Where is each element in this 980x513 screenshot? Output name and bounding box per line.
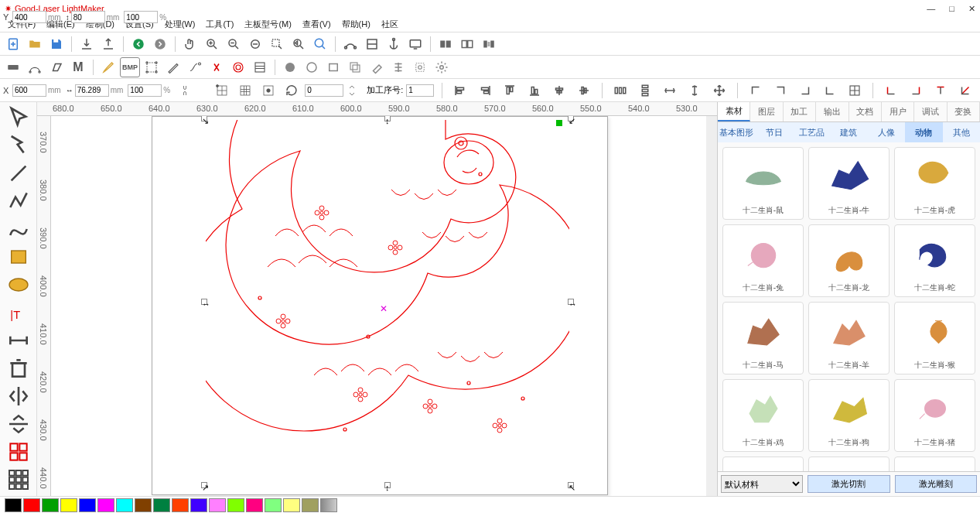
mirror-v-tool[interactable]	[6, 413, 31, 435]
laser-cut-button[interactable]: 激光切割	[808, 475, 890, 493]
asset-item[interactable]	[808, 457, 890, 471]
pen-button[interactable]	[163, 57, 183, 77]
asset-item[interactable]: 十二生肖-兔	[722, 224, 804, 297]
center-button[interactable]	[258, 80, 278, 101]
snap-button[interactable]	[362, 34, 382, 54]
category-tab[interactable]: 节日	[755, 122, 792, 142]
handle-tl[interactable]: ↘	[201, 116, 207, 121]
group2-button[interactable]	[457, 34, 477, 54]
menu-item[interactable]: 社区	[377, 17, 403, 32]
grid-corner-button[interactable]	[845, 80, 865, 101]
export-button[interactable]	[98, 34, 118, 54]
rect-outline-button[interactable]	[323, 57, 343, 77]
align-bottom-button[interactable]	[524, 80, 545, 101]
target-button[interactable]	[410, 57, 430, 77]
color-swatch[interactable]	[135, 498, 152, 512]
handle-br[interactable]: ↖	[568, 482, 574, 488]
corner-tr-button[interactable]	[770, 80, 790, 101]
space-v-button[interactable]	[685, 80, 705, 101]
asset-item[interactable]: 十二生肖-猴	[894, 302, 975, 374]
text-align-button[interactable]	[388, 57, 408, 77]
array-grid-tool[interactable]	[6, 469, 31, 491]
color-swatch[interactable]	[209, 498, 226, 512]
menu-item[interactable]: 帮助(H)	[337, 17, 375, 32]
device-button[interactable]	[3, 57, 23, 77]
rotation-input[interactable]	[305, 84, 343, 97]
color-swatch[interactable]	[283, 498, 300, 512]
zoom-fit-button[interactable]	[245, 34, 265, 54]
save-file-button[interactable]	[46, 34, 67, 54]
rotate-button[interactable]	[282, 80, 302, 101]
color-gradient[interactable]	[320, 498, 337, 512]
maximize-button[interactable]: □	[949, 4, 954, 14]
brush-button[interactable]	[98, 57, 118, 77]
color-swatch[interactable]	[265, 498, 282, 512]
asset-item[interactable]: 十二生肖-羊	[808, 302, 890, 374]
grid-button[interactable]	[235, 80, 255, 101]
pan-button[interactable]	[180, 34, 200, 54]
panel-tab[interactable]: 输出	[816, 102, 849, 121]
group1-button[interactable]	[435, 34, 456, 54]
scrollbar-vertical[interactable]	[706, 116, 717, 496]
asset-item[interactable]: 十二生肖-马	[722, 302, 804, 374]
category-tab[interactable]: 基本图形	[718, 122, 755, 142]
bezier-button[interactable]	[25, 57, 45, 77]
text-tool[interactable]: |T	[6, 302, 31, 323]
align-left-button[interactable]	[450, 80, 470, 101]
path-tool-button[interactable]	[340, 34, 360, 54]
dist-v-button[interactable]	[635, 80, 655, 101]
menu-item[interactable]: 工具(T)	[201, 17, 238, 32]
undo-button[interactable]	[128, 34, 149, 54]
select-box-button[interactable]	[142, 57, 162, 77]
asset-item[interactable]: 十二生肖-猪	[894, 379, 975, 452]
color-swatch[interactable]	[42, 498, 59, 512]
laser-engrave-button[interactable]: 激光雕刻	[895, 475, 977, 493]
asset-item[interactable]	[894, 457, 975, 471]
handle-r[interactable]: ↔	[568, 299, 574, 305]
seq-input[interactable]	[406, 84, 434, 97]
panel-tab[interactable]: 文档	[849, 102, 882, 121]
skew-button[interactable]	[46, 57, 67, 77]
corner-br-button[interactable]	[795, 80, 815, 101]
category-tab[interactable]: 人像	[868, 122, 905, 142]
align-hcenter-button[interactable]	[549, 80, 569, 101]
close-button[interactable]: ✕	[968, 4, 975, 14]
color-swatch[interactable]	[60, 498, 77, 512]
settings-button[interactable]	[432, 57, 452, 77]
flip-diag-button[interactable]	[955, 80, 975, 101]
color-swatch[interactable]	[302, 498, 319, 512]
circle-fill-button[interactable]	[280, 57, 300, 77]
m-button[interactable]: M	[68, 57, 88, 77]
group3-button[interactable]	[479, 34, 499, 54]
zoom-all-button[interactable]	[289, 34, 309, 54]
redo-button[interactable]	[150, 34, 170, 54]
color-swatch[interactable]	[97, 498, 114, 512]
handle-t[interactable]: ↕	[384, 116, 391, 121]
color-swatch[interactable]	[116, 498, 133, 512]
zoom-out-button[interactable]	[224, 34, 244, 54]
delete-tool[interactable]	[6, 357, 31, 379]
lock-ratio-button[interactable]	[178, 79, 192, 102]
handle-l[interactable]: ↔	[201, 299, 207, 305]
width-input[interactable]	[75, 84, 109, 97]
rotation-stepper[interactable]	[347, 80, 357, 101]
color-swatch[interactable]	[190, 498, 207, 512]
height-input[interactable]	[71, 11, 105, 23]
zoom-page-button[interactable]	[310, 34, 330, 54]
display-button[interactable]	[405, 34, 425, 54]
node-tool[interactable]	[6, 135, 31, 156]
rect-tool[interactable]	[6, 246, 31, 268]
material-select[interactable]: 默认材料	[721, 475, 803, 493]
asset-item[interactable]: 十二生肖-蛇	[894, 224, 975, 297]
curve-button[interactable]	[185, 57, 205, 77]
panel-tab[interactable]: 变换	[948, 102, 980, 121]
asset-item[interactable]: 十二生肖-虎	[894, 147, 975, 220]
mirror-h-tool[interactable]	[6, 385, 31, 407]
category-tab[interactable]: 工艺品	[793, 122, 830, 142]
scalex-input[interactable]	[128, 84, 162, 97]
asset-item[interactable]: 十二生肖-狗	[808, 379, 890, 452]
panel-tab[interactable]: 素材	[718, 102, 750, 121]
circle-outline-button[interactable]	[302, 57, 322, 77]
asset-item[interactable]: 十二生肖-牛	[808, 147, 890, 220]
array-rect-tool[interactable]	[6, 441, 31, 463]
